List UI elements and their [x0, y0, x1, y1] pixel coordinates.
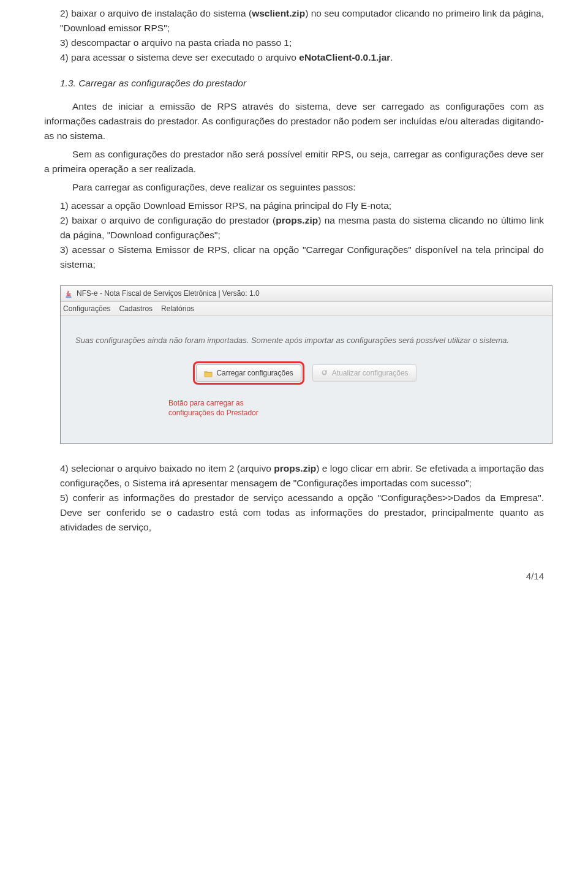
app-menubar: Configurações Cadastros Relatórios — [61, 302, 552, 317]
app-titlebar: NFS-e - Nota Fiscal de Serviços Eletrôni… — [61, 286, 552, 302]
java-icon — [64, 290, 73, 298]
step-list-item-4: 4) selecionar o arquivo baixado no item … — [44, 461, 544, 491]
intro-list-item-2: 2) baixar o arquivo de instalação do sis… — [44, 6, 544, 36]
document-page: 2) baixar o arquivo de instalação do sis… — [0, 0, 588, 608]
red-callout-label: Botão para carregar as configurações do … — [168, 399, 291, 418]
filename: eNotaClient-0.0.1.jar — [299, 52, 390, 62]
text: 4) selecionar o arquivo baixado no item … — [60, 463, 274, 473]
step-list-item-1: 1) acessar a opção Download Emissor RPS,… — [44, 198, 544, 213]
folder-icon — [204, 369, 213, 377]
intro-list-item-3: 3) descompactar o arquivo na pasta criad… — [44, 36, 544, 50]
page-number: 4/14 — [44, 569, 544, 583]
text: 2) baixar o arquivo de instalação do sis… — [60, 8, 252, 18]
app-screenshot: NFS-e - Nota Fiscal de Serviços Eletrôni… — [60, 285, 552, 444]
app-window: NFS-e - Nota Fiscal de Serviços Eletrôni… — [60, 285, 552, 444]
menu-config[interactable]: Configurações — [63, 303, 110, 315]
step-list-item-5: 5) conferir as informações do prestador … — [44, 491, 544, 535]
filename: wsclient.zip — [252, 8, 305, 18]
text: 4) para acessar o sistema deve ser execu… — [60, 52, 299, 62]
text: 2) baixar o arquivo de configuração do p… — [60, 215, 276, 225]
section-heading: 1.3. Carregar as configurações do presta… — [60, 76, 544, 91]
refresh-icon — [320, 369, 328, 377]
app-title: NFS-e - Nota Fiscal de Serviços Eletrôni… — [77, 288, 260, 300]
step-list-item-3: 3) acessar o Sistema Emissor de RPS, cli… — [44, 243, 544, 272]
app-status-message: Suas configurações ainda não foram impor… — [75, 334, 537, 347]
body-para-1: Antes de iniciar a emissão de RPS atravé… — [44, 99, 544, 143]
filename: props.zip — [274, 463, 316, 473]
button-label: Atualizar configurações — [332, 368, 409, 379]
body-para-3: Para carregar as configurações, deve rea… — [44, 180, 544, 195]
menu-relatorios[interactable]: Relatórios — [161, 303, 194, 315]
update-config-button: Atualizar configurações — [312, 364, 417, 382]
button-label: Carregar configurações — [216, 368, 293, 379]
text: . — [390, 52, 393, 62]
filename: props.zip — [276, 215, 318, 225]
intro-list-item-4: 4) para acessar o sistema deve ser execu… — [44, 50, 544, 65]
menu-cadastros[interactable]: Cadastros — [119, 303, 153, 315]
svg-point-0 — [66, 296, 72, 297]
app-body: Suas configurações ainda não foram impor… — [61, 316, 552, 443]
body-para-2: Sem as configurações do prestador não se… — [44, 147, 544, 176]
step-list-item-2: 2) baixar o arquivo de configuração do p… — [44, 213, 544, 243]
load-config-button[interactable]: Carregar configurações — [196, 364, 301, 382]
app-button-row: Carregar configurações Atualizar configu… — [196, 364, 416, 382]
